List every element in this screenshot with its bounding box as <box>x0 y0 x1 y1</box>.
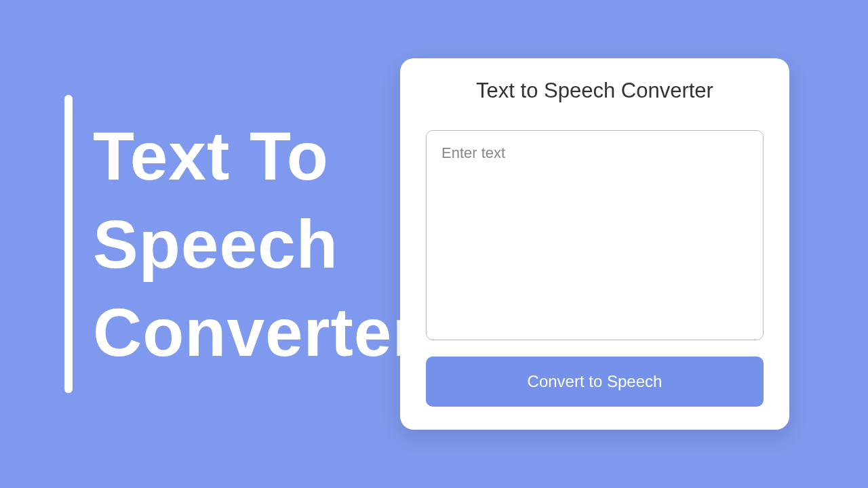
convert-to-speech-button[interactable]: Convert to Speech <box>426 357 764 407</box>
hero-accent-bar <box>64 95 73 393</box>
text-input[interactable] <box>426 130 764 340</box>
hero-title-line-1: Text To <box>93 118 329 194</box>
hero-title-line-3: Converter <box>93 294 419 370</box>
hero-title: Text To Speech Converter <box>93 112 419 376</box>
card-title: Text to Speech Converter <box>426 79 764 103</box>
hero-section: Text To Speech Converter <box>64 95 419 393</box>
hero-title-line-2: Speech <box>93 206 338 282</box>
converter-card: Text to Speech Converter Convert to Spee… <box>400 58 789 430</box>
